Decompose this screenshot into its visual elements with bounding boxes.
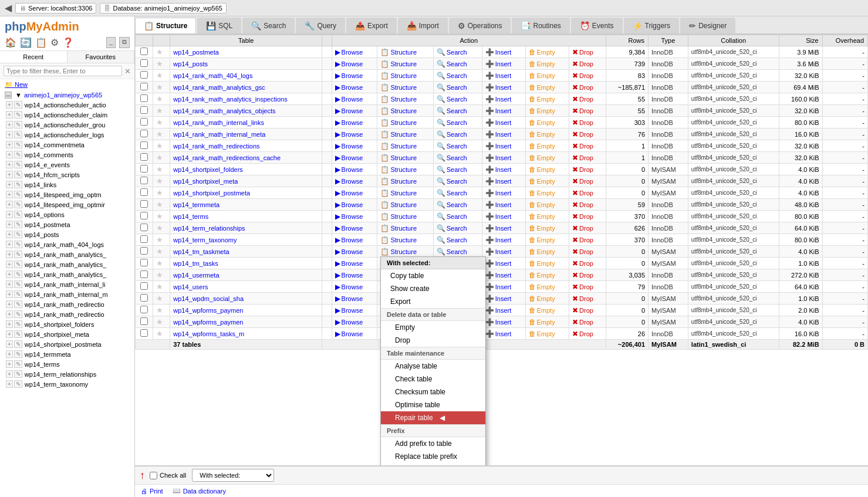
drop-link[interactable]: ✖ Drop — [572, 60, 593, 68]
tab-triggers[interactable]: ⚡Triggers — [624, 18, 680, 33]
cm-item[interactable]: Check table — [381, 373, 485, 386]
empty-link[interactable]: 🗑 Empty — [529, 189, 555, 197]
db-expand-icon[interactable]: ▼ — [15, 92, 22, 99]
row-checkbox-cell[interactable] — [136, 58, 153, 70]
table-name-link[interactable]: wp14_wpforms_tasks_m — [173, 330, 244, 337]
sidebar-table-item[interactable]: +✎wp14_actionscheduler_claim — [0, 110, 134, 120]
drop-link[interactable]: ✖ Drop — [572, 271, 593, 279]
maximize-icon[interactable]: ⧉ — [119, 37, 130, 48]
drop-link[interactable]: ✖ Drop — [572, 119, 593, 127]
cm-item[interactable]: Copy table — [381, 269, 485, 282]
browse-link[interactable]: ▶ Browse — [335, 189, 363, 197]
row-checkbox-cell[interactable] — [136, 93, 153, 105]
table-name-link[interactable]: wp14_wpforms_paymen — [173, 319, 243, 326]
sidebar-table-item[interactable]: +✎wp14_commentmeta — [0, 140, 134, 150]
drop-link[interactable]: ✖ Drop — [572, 306, 593, 315]
cm-item[interactable]: Repair table ◀ — [381, 411, 485, 424]
empty-link[interactable]: 🗑 Empty — [529, 60, 555, 68]
row-checkbox-cell[interactable] — [136, 246, 153, 258]
empty-link[interactable]: 🗑 Empty — [529, 130, 555, 138]
row-checkbox[interactable] — [140, 235, 148, 243]
table-name-link[interactable]: wp14_rank_math_analytics_gsc — [173, 84, 265, 91]
table-name-link[interactable]: wp14_rank_math_analytics_inspections — [173, 96, 287, 103]
row-checkbox[interactable] — [140, 177, 148, 184]
row-checkbox[interactable] — [140, 224, 148, 231]
star-icon[interactable]: ★ — [156, 130, 163, 138]
browse-link[interactable]: ▶ Browse — [335, 295, 363, 303]
insert-link[interactable]: ➕ Insert — [485, 189, 512, 197]
search-link[interactable]: 🔍 Search — [437, 48, 467, 56]
row-checkbox-cell[interactable] — [136, 129, 153, 140]
tab-search[interactable]: 🔍Search — [242, 18, 295, 33]
insert-link[interactable]: ➕ Insert — [485, 318, 512, 326]
insert-link[interactable]: ➕ Insert — [485, 72, 512, 80]
row-checkbox[interactable] — [140, 259, 148, 266]
settings-icon[interactable]: ⚙ — [50, 37, 59, 48]
star-icon[interactable]: ★ — [156, 306, 163, 315]
drop-link[interactable]: ✖ Drop — [572, 189, 593, 197]
row-checkbox[interactable] — [140, 317, 148, 325]
browse-link[interactable]: ▶ Browse — [335, 271, 363, 279]
table-name-link[interactable]: wp14_postmeta — [173, 49, 219, 56]
row-checkbox[interactable] — [140, 130, 148, 137]
row-checkbox-cell[interactable] — [136, 175, 153, 187]
row-checkbox-cell[interactable] — [136, 82, 153, 93]
structure-link[interactable]: 📋 Structure — [380, 142, 417, 150]
insert-link[interactable]: ➕ Insert — [485, 142, 512, 150]
browse-link[interactable]: ▶ Browse — [335, 283, 363, 291]
browse-link[interactable]: ▶ Browse — [335, 318, 363, 326]
structure-link[interactable]: 📋 Structure — [380, 119, 417, 127]
row-checkbox[interactable] — [140, 153, 148, 161]
row-checkbox[interactable] — [140, 71, 148, 79]
browse-link[interactable]: ▶ Browse — [335, 165, 363, 174]
browse-link[interactable]: ▶ Browse — [335, 48, 363, 56]
row-checkbox-cell[interactable] — [136, 305, 153, 316]
search-link[interactable]: 🔍 Search — [437, 95, 467, 103]
sidebar-table-item[interactable]: +✎wp14_rank_math_internal_li — [0, 279, 134, 289]
table-name-link[interactable]: wp14_tm_tasks — [173, 260, 218, 267]
star-icon[interactable]: ★ — [156, 259, 163, 268]
row-checkbox-cell[interactable] — [136, 234, 153, 246]
search-link[interactable]: 🔍 Search — [437, 201, 467, 209]
drop-link[interactable]: ✖ Drop — [572, 107, 593, 115]
row-checkbox[interactable] — [140, 212, 148, 219]
star-icon[interactable]: ★ — [156, 48, 163, 56]
breadcrumb-server[interactable]: 🖥 Server: localhost:3306 — [15, 3, 96, 13]
structure-link[interactable]: 📋 Structure — [380, 165, 417, 174]
empty-link[interactable]: 🗑 Empty — [529, 224, 555, 232]
sidebar-table-item[interactable]: +✎wp14_comments — [0, 150, 134, 160]
row-checkbox[interactable] — [140, 294, 148, 302]
row-checkbox[interactable] — [140, 271, 148, 278]
cm-item[interactable]: Replace table prefix — [381, 450, 485, 463]
search-link[interactable]: 🔍 Search — [437, 107, 467, 115]
browse-link[interactable]: ▶ Browse — [335, 259, 363, 268]
cm-item[interactable]: Add prefix to table — [381, 437, 485, 450]
star-icon[interactable]: ★ — [156, 188, 163, 197]
star-icon[interactable]: ★ — [156, 141, 163, 150]
structure-link[interactable]: 📋 Structure — [380, 177, 417, 185]
tab-operations[interactable]: ⚙Operations — [449, 18, 511, 33]
check-all-checkbox[interactable] — [150, 472, 157, 479]
row-checkbox[interactable] — [140, 306, 148, 313]
sidebar-table-item[interactable]: +✎wp14_terms — [0, 359, 134, 369]
tab-recent[interactable]: Recent — [0, 51, 67, 63]
with-selected-dropdown[interactable]: With selected:PrintData dictionary — [192, 469, 274, 482]
cm-item[interactable]: Empty — [381, 321, 485, 334]
table-name-link[interactable]: wp14_shortpixel_postmeta — [173, 190, 250, 197]
table-name-link[interactable]: wp14_rank_math_analytics_objects — [173, 107, 275, 114]
browse-link[interactable]: ▶ Browse — [335, 142, 363, 150]
empty-link[interactable]: 🗑 Empty — [529, 236, 555, 244]
row-checkbox-cell[interactable] — [136, 70, 153, 82]
row-checkbox-cell[interactable] — [136, 328, 153, 340]
row-checkbox[interactable] — [140, 282, 148, 290]
empty-link[interactable]: 🗑 Empty — [529, 177, 555, 185]
structure-link[interactable]: 📋 Structure — [380, 72, 417, 80]
table-name-link[interactable]: wp14_rank_math_redirections_cache — [173, 154, 281, 161]
row-checkbox[interactable] — [140, 94, 148, 102]
insert-link[interactable]: ➕ Insert — [485, 165, 512, 174]
empty-link[interactable]: 🗑 Empty — [529, 283, 555, 291]
row-checkbox[interactable] — [140, 106, 148, 114]
cm-item[interactable]: Drop — [381, 334, 485, 347]
row-checkbox[interactable] — [140, 200, 148, 208]
sidebar-table-item[interactable]: +✎wp14_postmeta — [0, 219, 134, 229]
